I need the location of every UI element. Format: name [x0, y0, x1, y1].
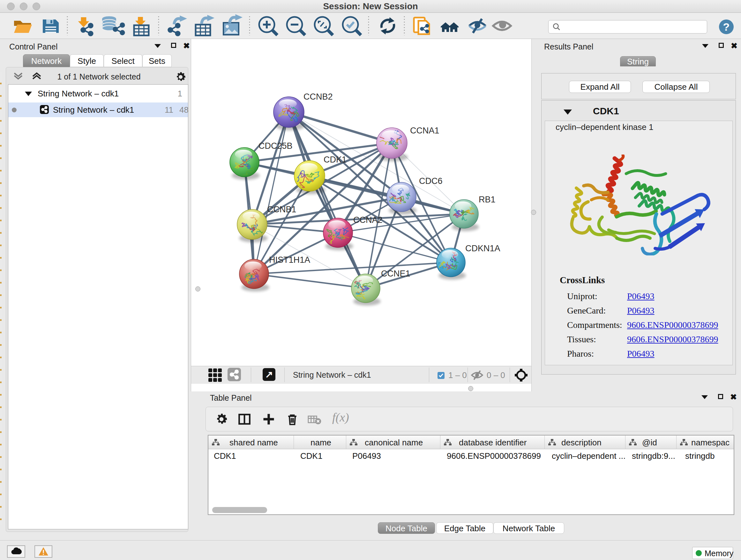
svg-text:HIST1H1A: HIST1H1A: [269, 255, 310, 265]
svg-text:CDC6: CDC6: [419, 176, 443, 186]
svg-text:CCNB1: CCNB1: [267, 205, 296, 214]
svg-text:RB1: RB1: [479, 195, 495, 204]
svg-text:CCNA1: CCNA1: [410, 126, 440, 135]
svg-text:CCNB2: CCNB2: [304, 92, 333, 102]
svg-text:CCNA2: CCNA2: [353, 215, 383, 225]
svg-text:CCNE1: CCNE1: [381, 269, 410, 278]
svg-text:CDC25B: CDC25B: [259, 141, 293, 151]
svg-text:CDKN1A: CDKN1A: [465, 244, 500, 253]
svg-text:CDK1: CDK1: [324, 155, 347, 165]
